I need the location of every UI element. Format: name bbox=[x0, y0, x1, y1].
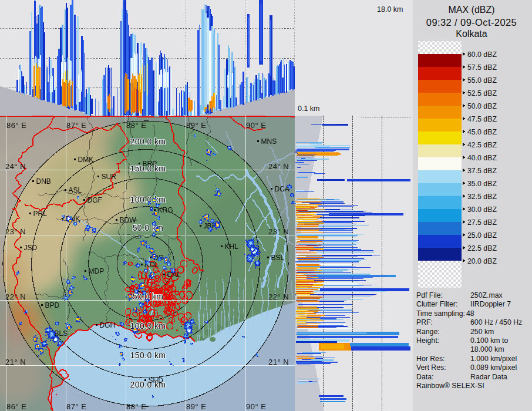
svg-text:50.0 km: 50.0 km bbox=[133, 223, 164, 233]
svg-text:52.5 dBZ: 52.5 dBZ bbox=[467, 89, 497, 97]
svg-text:MAX (dBZ): MAX (dBZ) bbox=[448, 5, 494, 15]
svg-text:DGH: DGH bbox=[100, 321, 116, 329]
svg-text:50.0 dBZ: 50.0 dBZ bbox=[467, 102, 497, 110]
svg-text:90° E: 90° E bbox=[246, 402, 266, 411]
svg-text:23° N: 23° N bbox=[268, 227, 289, 236]
svg-text:Radar Data: Radar Data bbox=[470, 373, 507, 381]
svg-text:86° E: 86° E bbox=[6, 121, 26, 130]
svg-text:30.0 dBZ: 30.0 dBZ bbox=[467, 206, 497, 214]
svg-text:90° E: 90° E bbox=[246, 121, 266, 130]
svg-text:DNB: DNB bbox=[36, 177, 51, 186]
svg-text:KRG: KRG bbox=[158, 206, 173, 214]
svg-text:SUR: SUR bbox=[102, 173, 117, 181]
svg-text:Time sampling:: Time sampling: bbox=[416, 309, 465, 318]
svg-text:25.0 dBZ: 25.0 dBZ bbox=[467, 231, 497, 240]
svg-text:PRL: PRL bbox=[33, 210, 48, 218]
svg-text:200.0 km: 200.0 km bbox=[130, 137, 166, 146]
svg-text:DMK: DMK bbox=[78, 156, 94, 164]
svg-text:35.0 dBZ: 35.0 dBZ bbox=[467, 180, 497, 188]
svg-text:20.0 dBZ: 20.0 dBZ bbox=[467, 257, 497, 265]
svg-text:27.5 dBZ: 27.5 dBZ bbox=[467, 218, 497, 227]
svg-text:1.000 km/pixel: 1.000 km/pixel bbox=[470, 355, 517, 363]
svg-text:45.0 dBZ: 45.0 dBZ bbox=[467, 128, 497, 136]
svg-text:Range:: Range: bbox=[416, 328, 440, 336]
svg-text:Pdf File:: Pdf File: bbox=[416, 291, 443, 299]
svg-text:32.5 dBZ: 32.5 dBZ bbox=[467, 193, 497, 201]
svg-text:47.5 dBZ: 47.5 dBZ bbox=[467, 115, 497, 123]
svg-text:KHL: KHL bbox=[225, 242, 239, 251]
svg-text:40.0 dBZ: 40.0 dBZ bbox=[467, 154, 497, 162]
svg-text:Height:: Height: bbox=[416, 336, 439, 345]
svg-text:SHD: SHD bbox=[149, 376, 164, 385]
svg-text:MDP: MDP bbox=[89, 267, 105, 275]
svg-text:86° E: 86° E bbox=[6, 402, 26, 411]
svg-text:21° N: 21° N bbox=[5, 358, 26, 366]
svg-text:23° N: 23° N bbox=[5, 227, 26, 236]
svg-text:600 Hz / 450 Hz: 600 Hz / 450 Hz bbox=[470, 318, 522, 326]
svg-text:BPD: BPD bbox=[45, 301, 60, 309]
svg-text:IIRDoppler 7: IIRDoppler 7 bbox=[470, 300, 511, 308]
svg-text:MNS: MNS bbox=[261, 137, 277, 146]
svg-text:250 km: 250 km bbox=[470, 328, 494, 336]
svg-text:250Z.max: 250Z.max bbox=[470, 291, 503, 299]
svg-text:DGF: DGF bbox=[87, 196, 102, 204]
svg-text:150.0 km: 150.0 km bbox=[130, 351, 166, 360]
svg-text:0.1 km: 0.1 km bbox=[298, 105, 320, 113]
svg-text:89° E: 89° E bbox=[186, 121, 206, 130]
svg-text:0.100 km to: 0.100 km to bbox=[470, 336, 508, 345]
svg-text:48: 48 bbox=[466, 309, 474, 318]
svg-text:09:32 / 09-Oct-2025: 09:32 / 09-Oct-2025 bbox=[426, 17, 517, 28]
svg-text:Kolkata: Kolkata bbox=[456, 29, 487, 39]
svg-text:89° E: 89° E bbox=[186, 402, 206, 411]
svg-text:87° E: 87° E bbox=[66, 121, 86, 130]
svg-text:Clutter Filter:: Clutter Filter: bbox=[416, 300, 457, 308]
svg-text:57.5 dBZ: 57.5 dBZ bbox=[467, 63, 497, 72]
svg-text:42.5 dBZ: 42.5 dBZ bbox=[467, 141, 497, 149]
svg-text:18.0 km: 18.0 km bbox=[377, 5, 403, 14]
svg-text:22° N: 22° N bbox=[5, 292, 26, 301]
svg-text:Hor Res:: Hor Res: bbox=[416, 355, 445, 363]
svg-text:24° N: 24° N bbox=[5, 162, 26, 171]
svg-text:24° N: 24° N bbox=[268, 162, 289, 171]
svg-text:ASL: ASL bbox=[69, 186, 82, 194]
svg-text:BRP: BRP bbox=[143, 160, 157, 168]
svg-text:Data:: Data: bbox=[416, 373, 433, 381]
svg-text:0.089 km/pixel: 0.089 km/pixel bbox=[470, 363, 517, 372]
svg-text:18.000 km: 18.000 km bbox=[470, 345, 504, 353]
svg-text:60.0 dBZ: 60.0 dBZ bbox=[467, 50, 497, 59]
svg-text:55.0 dBZ: 55.0 dBZ bbox=[467, 76, 497, 85]
svg-text:21° N: 21° N bbox=[268, 358, 289, 366]
svg-text:BSL: BSL bbox=[271, 254, 285, 262]
svg-text:88° E: 88° E bbox=[126, 402, 146, 411]
svg-text:Rainbow® SELEX-SI: Rainbow® SELEX-SI bbox=[416, 382, 484, 390]
svg-text:88° E: 88° E bbox=[126, 121, 146, 130]
svg-text:Vert Res:: Vert Res: bbox=[416, 363, 446, 372]
svg-text:37.5 dBZ: 37.5 dBZ bbox=[467, 167, 497, 175]
svg-text:BDW: BDW bbox=[120, 216, 137, 224]
svg-text:JSD: JSD bbox=[24, 244, 38, 252]
svg-text:22° N: 22° N bbox=[268, 292, 289, 301]
svg-text:22.5 dBZ: 22.5 dBZ bbox=[467, 244, 497, 252]
svg-text:87° E: 87° E bbox=[66, 402, 86, 411]
svg-text:PRF:: PRF: bbox=[416, 318, 433, 326]
